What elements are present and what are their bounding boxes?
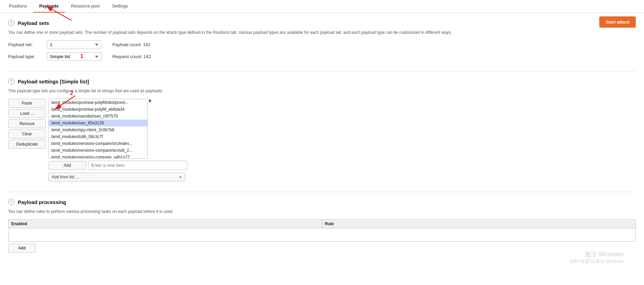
payload-settings-title: Payload settings [Simple list] — [18, 79, 89, 84]
payload-processing-title: Payload processing — [18, 199, 66, 205]
list-item[interactable]: /amd_modules/san/dist/san_c6f7579 — [49, 113, 147, 120]
payload-processing-desc: You can define rules to perform various … — [8, 208, 636, 215]
col-enabled: Enabled — [9, 220, 322, 228]
add-from-list-label: Add from list ... — [52, 175, 79, 179]
add-item-row: Add — [49, 161, 636, 170]
clear-button[interactable]: Clear — [8, 130, 46, 138]
payload-settings-desc: This payload type lets you configure a s… — [8, 88, 636, 94]
processing-table-body — [8, 228, 636, 242]
payload-type-label: Payload type: — [8, 54, 44, 59]
payload-list-area: Paste Load ... Remove Clear Deduplicate … — [8, 99, 636, 159]
tab-positions[interactable]: Positions — [3, 0, 33, 13]
processing-table-header: Enabled Rule — [8, 219, 636, 228]
list-item[interactable]: /amd_modules/spy-client_2c0b7b8 — [49, 126, 147, 133]
tab-bar: Positions Payloads Resource pool Setting… — [0, 0, 644, 13]
list-item[interactable]: /amd_modules/promise-polyfill/dist/promi… — [49, 99, 147, 106]
payload-type-select[interactable]: Simple list Runtime file Custom iterator… — [47, 52, 101, 61]
payload-sets-section: ? Payload sets You can define one or mor… — [8, 20, 636, 61]
add-from-list-row: Add from list ... ▼ — [49, 173, 636, 181]
list-item[interactable]: /amd_modules/versions-compare/src/util_2… — [49, 147, 147, 154]
add-processing-rule-button[interactable]: Add — [8, 244, 36, 253]
list-item[interactable]: /amd_modules/versions-compare_a4b1c27 — [49, 154, 147, 159]
payload-processing-help-icon[interactable]: ? — [8, 199, 14, 205]
payload-settings-section: ? Payload settings [Simple list] This pa… — [8, 78, 636, 181]
payload-type-row: Payload type: Simple list Runtime file C… — [8, 52, 636, 61]
main-content: Start attack ? Payload sets You can defi… — [0, 13, 644, 285]
scroll-arrow-icon[interactable] — [149, 99, 152, 103]
new-item-input[interactable] — [88, 161, 187, 170]
list-item[interactable]: /amd_modules/promise-polyfill_eb6da34 — [49, 106, 147, 113]
list-item[interactable]: /amd_modules/tslib_58c3c7f — [49, 133, 147, 140]
tab-resource-pool[interactable]: Resource pool — [65, 0, 106, 13]
dropdown-chevron-icon: ▼ — [179, 175, 182, 179]
payload-count-label: Payload count: 142 — [112, 42, 150, 47]
tab-payloads[interactable]: Payloads — [33, 0, 65, 13]
payload-processing-section: ? Payload processing You can define rule… — [8, 199, 636, 253]
list-action-buttons: Paste Load ... Remove Clear Deduplicate — [8, 99, 46, 149]
list-item[interactable]: /amd_modules/versions-compare/src/index.… — [49, 140, 147, 147]
payload-sets-desc: You can define one or more payload sets.… — [8, 29, 636, 36]
payload-set-label: Payload set: — [8, 42, 44, 47]
remove-button[interactable]: Remove — [8, 119, 46, 128]
section-divider-2 — [8, 192, 636, 192]
start-attack-button[interactable]: Start attack — [599, 16, 636, 28]
payload-sets-help-icon[interactable]: ? — [8, 20, 14, 26]
scroll-right-arrow[interactable] — [148, 99, 152, 103]
payload-sets-title: Payload sets — [18, 20, 49, 26]
list-container: /amd_modules/promise-polyfill/dist/promi… — [49, 99, 152, 159]
list-item[interactable]: /amd_modules/san_85e3139 — [49, 120, 147, 126]
payload-settings-help-icon[interactable]: ? — [8, 78, 14, 84]
tab-settings[interactable]: Settings — [106, 0, 134, 13]
add-from-list-button[interactable]: Add from list ... ▼ — [49, 173, 185, 181]
payload-set-select[interactable]: 1 2 — [47, 40, 101, 49]
section-divider-1 — [8, 71, 636, 71]
payload-list-box[interactable]: /amd_modules/promise-polyfill/dist/promi… — [49, 99, 148, 159]
payload-set-row: Payload set: 1 2 Payload count: 142 — [8, 40, 636, 49]
request-count-label: Request count: 142 — [112, 54, 151, 59]
paste-button[interactable]: Paste — [8, 99, 46, 108]
col-rule: Rule — [322, 220, 635, 228]
load-button[interactable]: Load ... — [8, 109, 46, 118]
deduplicate-button[interactable]: Deduplicate — [8, 140, 46, 149]
add-button[interactable]: Add — [49, 161, 86, 170]
